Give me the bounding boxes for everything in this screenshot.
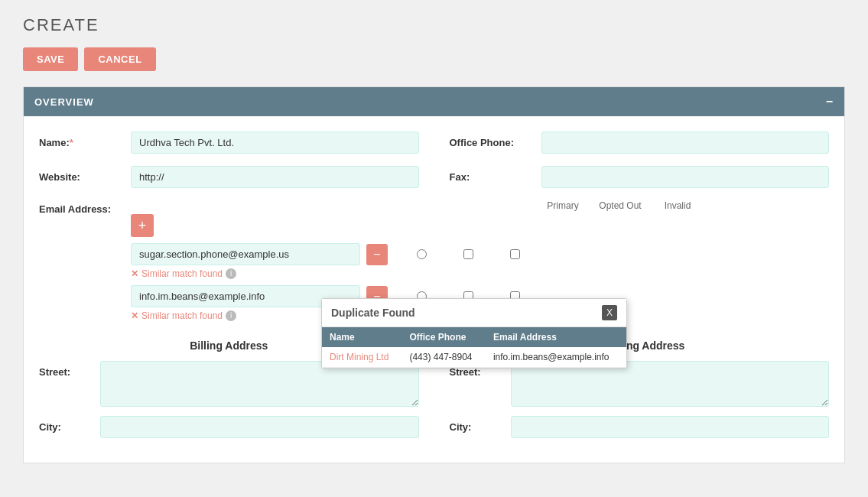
required-indicator: * (70, 137, 73, 148)
website-field-group: Website: (39, 166, 419, 188)
office-phone-input[interactable] (541, 132, 830, 154)
fax-input[interactable] (541, 166, 830, 188)
info-icon-2[interactable]: i (226, 310, 236, 321)
name-input[interactable] (131, 132, 419, 154)
email-1-invalid-checkbox[interactable] (510, 249, 520, 259)
dup-row-phone: (443) 447-8904 (401, 347, 485, 368)
dup-row-name-link[interactable]: Dirt Mining Ltd (330, 352, 388, 362)
overview-section-title: OVERVIEW (34, 96, 94, 108)
overview-section-body: Name:* Office Phone: Website: Fax: (24, 116, 844, 463)
fax-field-group: Fax: (450, 166, 830, 188)
fax-label: Fax: (450, 166, 541, 183)
invalid-col-header: Invalid (651, 200, 704, 211)
office-phone-label: Office Phone: (450, 132, 541, 148)
billing-street-label: Street: (39, 361, 100, 378)
x-icon-2: ✕ (131, 310, 138, 321)
email-1-input[interactable] (131, 243, 360, 265)
billing-city-field: City: (39, 416, 419, 438)
duplicate-table: Name Office Phone Email Address Dirt Min… (322, 327, 626, 368)
name-label: Name:* (39, 132, 131, 148)
office-phone-field-group: Office Phone: (450, 132, 830, 154)
cancel-button[interactable]: CANCEL (84, 47, 155, 71)
toolbar: SAVE CANCEL (23, 47, 845, 71)
name-field-group: Name:* (39, 132, 419, 154)
table-row: Dirt Mining Ltd (443) 447-8904 info.im.b… (322, 347, 626, 368)
duplicate-popup-close-button[interactable]: X (602, 305, 617, 320)
info-icon-1[interactable]: i (226, 268, 236, 279)
overview-section-header: OVERVIEW − (24, 87, 844, 116)
primary-col-header: Primary (536, 200, 590, 211)
duplicate-table-header-row: Name Office Phone Email Address (322, 327, 626, 347)
duplicate-popup: Duplicate Found X Name Office Phone Emai… (321, 298, 627, 369)
add-email-button[interactable]: + (131, 214, 154, 237)
duplicate-popup-header: Duplicate Found X (322, 299, 626, 327)
dup-col-email: Email Address (486, 327, 626, 347)
shipping-city-input[interactable] (511, 416, 830, 438)
website-label: Website: (39, 166, 131, 183)
shipping-city-label: City: (450, 416, 511, 433)
save-button[interactable]: SAVE (23, 47, 78, 71)
billing-city-input[interactable] (100, 416, 419, 438)
dup-row-email: info.im.beans@example.info (486, 347, 626, 368)
email-entry-1: − ✕ Similar match found i (131, 243, 704, 279)
x-icon-1: ✕ (131, 268, 138, 279)
dup-col-name: Name (322, 327, 401, 347)
opted-col-header: Opted Out (590, 200, 651, 211)
section-collapse-toggle[interactable]: − (826, 95, 834, 109)
email-1-opted-checkbox[interactable] (463, 249, 473, 259)
website-input[interactable] (131, 166, 419, 188)
dup-row-name: Dirt Mining Ltd (322, 347, 401, 368)
email-1-row: − (131, 243, 704, 265)
dup-col-phone: Office Phone (401, 327, 485, 347)
website-fax-row: Website: Fax: (39, 166, 829, 188)
page-title: CREATE (23, 15, 845, 35)
remove-email-1-button[interactable]: − (366, 244, 388, 265)
email-label: Email Address: (39, 200, 131, 215)
name-phone-row: Name:* Office Phone: (39, 132, 829, 154)
email-1-primary-radio[interactable] (417, 249, 427, 259)
duplicate-popup-title: Duplicate Found (331, 307, 415, 319)
shipping-city-field: City: (450, 416, 830, 438)
similar-match-1: ✕ Similar match found i (131, 268, 704, 279)
billing-city-label: City: (39, 416, 100, 433)
overview-section: OVERVIEW − Name:* Office Phone: (23, 86, 845, 463)
